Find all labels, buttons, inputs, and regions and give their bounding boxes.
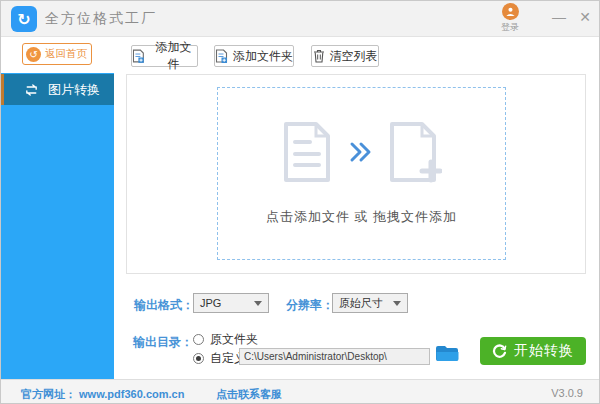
- radio-dot: [196, 356, 201, 361]
- document-icon: [282, 120, 332, 184]
- person-icon: [505, 6, 516, 17]
- back-arrow-icon: ↺: [26, 47, 41, 62]
- chevron-down-icon: [393, 301, 401, 306]
- radio-source-folder[interactable]: 原文件夹: [193, 331, 258, 348]
- start-convert-label: 开始转换: [514, 342, 574, 360]
- trash-icon: [313, 49, 325, 63]
- add-folder-icon: [215, 49, 228, 63]
- sidebar-item-label: 图片转换: [48, 81, 100, 99]
- add-file-icon: [132, 49, 145, 63]
- add-file-label: 添加文件: [150, 39, 197, 73]
- back-home-label: 返回首页: [45, 47, 87, 61]
- resolution-label: 分辨率：: [286, 297, 334, 314]
- app-logo-icon: ↻: [11, 6, 37, 32]
- radio-source-label: 原文件夹: [210, 331, 258, 348]
- add-document-icon: [388, 120, 442, 184]
- back-home-button[interactable]: ↺ 返回首页: [22, 43, 92, 65]
- add-folder-label: 添加文件夹: [233, 48, 293, 65]
- repeat-icon: [23, 83, 40, 97]
- file-dropzone[interactable]: 点击添加文件 或 拖拽文件添加: [217, 87, 506, 260]
- output-format-label: 输出格式：: [134, 297, 194, 314]
- official-site-link[interactable]: 官方网址： www.pdf360.com.cn: [21, 387, 184, 402]
- chevron-down-icon: [254, 301, 262, 306]
- file-list-panel: 点击添加文件 或 拖拽文件添加: [126, 74, 586, 274]
- app-logo-glyph: ↻: [17, 10, 30, 29]
- add-file-button[interactable]: 添加文件: [131, 45, 198, 67]
- dropzone-hint: 点击添加文件 或 拖拽文件添加: [218, 208, 505, 226]
- dropzone-illustration: [218, 120, 505, 184]
- format-select[interactable]: JPG: [193, 293, 269, 313]
- radio-unselected-icon: [193, 334, 204, 345]
- double-chevron-right-icon: [348, 141, 372, 163]
- clear-list-label: 清空列表: [330, 48, 378, 65]
- start-convert-button[interactable]: 开始转换: [480, 337, 586, 365]
- sidebar-item-image-convert[interactable]: 图片转换: [1, 74, 114, 105]
- browse-folder-button[interactable]: [434, 344, 460, 364]
- convert-progress-icon: [492, 344, 507, 359]
- format-select-value: JPG: [200, 297, 221, 309]
- footer-bar: 官方网址： www.pdf360.com.cn 点击联系客服 V3.0.9: [1, 379, 600, 404]
- user-avatar-icon: [502, 3, 519, 20]
- add-folder-button[interactable]: 添加文件夹: [214, 45, 294, 67]
- app-title: 全方位格式工厂: [45, 10, 157, 28]
- login-label: 登录: [495, 21, 525, 34]
- version-label: V3.0.9: [551, 387, 583, 399]
- output-dir-label: 输出目录：: [133, 334, 193, 351]
- resolution-select[interactable]: 原始尺寸: [332, 293, 408, 313]
- radio-selected-icon: [193, 353, 204, 364]
- resolution-select-value: 原始尺寸: [339, 296, 383, 311]
- login-button[interactable]: 登录: [495, 3, 525, 34]
- output-path-input[interactable]: [239, 348, 430, 365]
- sidebar: 图片转换: [1, 73, 114, 379]
- close-button[interactable]: ✕: [575, 7, 595, 27]
- app-window: ↻ 全方位格式工厂 登录 — ✕ ↺ 返回首页 图片转换: [0, 0, 600, 404]
- clear-list-button[interactable]: 清空列表: [311, 45, 379, 67]
- title-bar: ↻ 全方位格式工厂 登录 — ✕: [1, 1, 600, 37]
- back-home-strip: ↺ 返回首页: [1, 37, 114, 73]
- contact-support-link[interactable]: 点击联系客服: [216, 387, 282, 402]
- folder-icon: [435, 344, 460, 363]
- minimize-button[interactable]: —: [549, 7, 569, 27]
